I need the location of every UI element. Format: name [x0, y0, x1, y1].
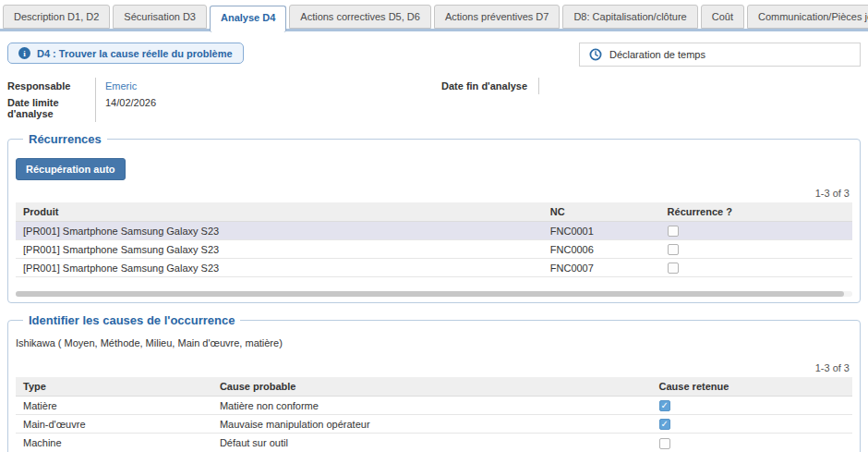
responsable-value: Emeric: [95, 78, 441, 94]
tab-bar: Description D1, D2 Sécurisation D3 Analy…: [0, 0, 868, 31]
checkbox-checked[interactable]: [659, 419, 670, 430]
pagination-label: 1-3 of 3: [16, 182, 852, 202]
tab-securisation-d3[interactable]: Sécurisation D3: [113, 5, 207, 29]
tab-actions-correctives-d5-d6[interactable]: Actions correctives D5, D6: [289, 5, 431, 29]
recurrences-section: Récurrences Récupération auto 1-3 of 3 P…: [7, 132, 861, 303]
recurrences-table: Produit NC Récurrence ? [PR001] Smartpho…: [16, 202, 852, 277]
table-cell: Matière: [16, 397, 212, 415]
column-header-nc: NC: [543, 202, 660, 222]
ishikawa-note: Ishikawa ( Moyen, Méthode, Milieu, Main …: [16, 337, 852, 348]
date-fin-analyse-value: [538, 78, 861, 94]
tab-analyse-d4[interactable]: Analyse D4: [210, 6, 286, 32]
column-header-type: Type: [16, 377, 212, 397]
recurrences-title: Récurrences: [23, 132, 107, 146]
table-row[interactable]: Main-d'œuvreMauvaise manipulation opérat…: [16, 415, 852, 434]
header-row: D4 : Trouver la cause réelle du problème…: [7, 43, 861, 67]
tab-cout[interactable]: Coût: [701, 5, 744, 29]
table-cell: Défaut sur outil: [212, 434, 652, 452]
causes-title: Identifier les causes de l'occurrence: [23, 313, 240, 327]
checkbox-unchecked[interactable]: [668, 244, 679, 255]
table-cell: Mauvaise manipulation opérateur: [212, 415, 652, 434]
column-header-cause-probable: Cause probable: [212, 377, 652, 397]
horizontal-scrollbar[interactable]: [16, 291, 852, 297]
clock-icon: [589, 48, 602, 61]
table-cell: Matière non conforme: [212, 397, 652, 415]
scrollbar-thumb[interactable]: [16, 291, 844, 297]
tab-actions-preventives-d7[interactable]: Actions préventives D7: [434, 5, 561, 29]
column-header-produit: Produit: [16, 202, 543, 222]
table-row[interactable]: MatièreMatière non conforme: [16, 397, 852, 415]
table-row[interactable]: [PR001] Smartphone Samsung Galaxy S23FNC…: [16, 222, 852, 240]
table-cell: FNC0001: [543, 222, 660, 240]
date-limite-analyse-value: 14/02/2026: [95, 94, 441, 122]
d4-info-banner: D4 : Trouver la cause réelle du problème: [7, 43, 244, 64]
info-icon: [18, 47, 30, 59]
recuperation-auto-button[interactable]: Récupération auto: [16, 158, 126, 180]
responsable-link[interactable]: Emeric: [105, 80, 137, 92]
table-cell: FNC0006: [543, 240, 660, 259]
table-cell: [PR001] Smartphone Samsung Galaxy S23: [16, 240, 543, 259]
table-cell: FNC0007: [543, 259, 660, 277]
tab-communication-pieces-jointes[interactable]: Communication/Pièces jointes: [747, 5, 868, 29]
checkbox-unchecked[interactable]: [668, 226, 679, 237]
table-row[interactable]: [PR001] Smartphone Samsung Galaxy S23FNC…: [16, 240, 852, 259]
checkbox-unchecked[interactable]: [659, 438, 670, 449]
date-limite-analyse-label: Date limite d'analyse: [7, 94, 95, 122]
date-fin-analyse-label: Date fin d'analyse: [441, 78, 538, 94]
table-row[interactable]: MachineDéfaut sur outil: [16, 434, 852, 452]
table-cell: [PR001] Smartphone Samsung Galaxy S23: [16, 222, 543, 240]
tab-description-d1-d2[interactable]: Description D1, D2: [3, 5, 110, 29]
responsable-label: Responsable: [7, 78, 95, 94]
table-cell: Machine: [16, 434, 212, 452]
d4-info-label: D4 : Trouver la cause réelle du problème: [37, 48, 233, 59]
pagination-label: 1-3 of 3: [16, 348, 852, 377]
checkbox-checked[interactable]: [659, 400, 670, 411]
analysis-fields: Responsable Emeric Date fin d'analyse Da…: [7, 78, 861, 122]
tab-d8-capitalisation-cloture[interactable]: D8: Capitalisation/clôture: [562, 5, 697, 29]
checkbox-unchecked[interactable]: [668, 263, 679, 274]
table-row[interactable]: [PR001] Smartphone Samsung Galaxy S23FNC…: [16, 259, 852, 277]
column-header-recurrence: Récurrence ?: [660, 202, 852, 222]
table-cell: [PR001] Smartphone Samsung Galaxy S23: [16, 259, 543, 277]
time-declaration-label: Déclaration de temps: [609, 49, 705, 60]
causes-section: Identifier les causes de l'occurrence Is…: [7, 313, 861, 452]
time-declaration-button[interactable]: Déclaration de temps: [579, 43, 861, 67]
causes-table: Type Cause probable Cause retenue Matièr…: [16, 377, 852, 452]
column-header-cause-retenue: Cause retenue: [652, 377, 852, 397]
table-cell: Main-d'œuvre: [16, 415, 212, 434]
